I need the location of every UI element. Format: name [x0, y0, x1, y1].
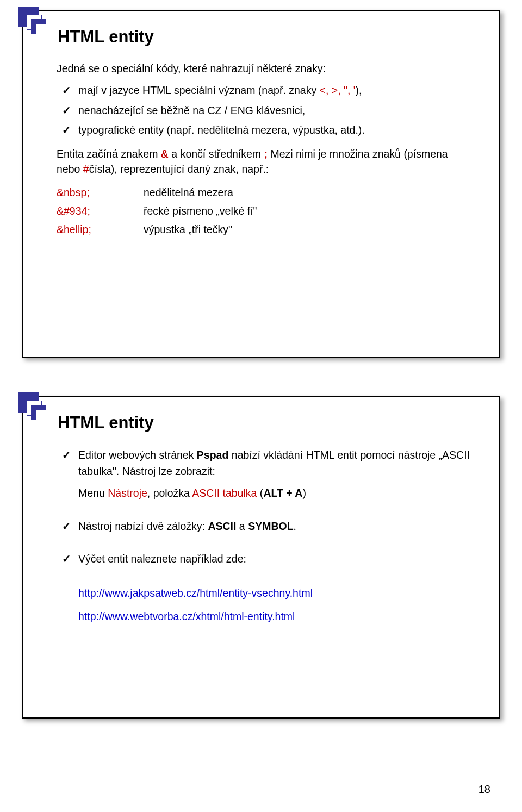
bullet-text: ), [356, 84, 362, 96]
text: Editor webových stránek [78, 449, 197, 461]
text: ) [302, 487, 306, 499]
page: HTML entity Jedná se o speciální kódy, k… [0, 0, 522, 812]
bullet-text: mají v jazyce HTML speciální význam (nap… [78, 84, 320, 96]
text: a [236, 520, 248, 532]
entity-desc: nedělitelná mezera [144, 185, 233, 200]
bullet-item: typografické entity (např. nedělitelná m… [61, 122, 472, 138]
bullet-item: Nástroj nabízí dvě záložky: ASCII a SYMB… [61, 518, 472, 534]
slide-1: HTML entity Jedná se o speciální kódy, k… [22, 10, 500, 358]
red-text: # [83, 163, 89, 175]
text: ( [257, 487, 263, 499]
bold-text: Pspad [197, 449, 229, 461]
red-text: <, >, ", ' [320, 84, 356, 96]
entity-code: &#934; [57, 203, 144, 218]
bullet-list: mají v jazyce HTML speciální význam (nap… [61, 83, 472, 138]
entity-desc: výpustka „tři tečky" [144, 222, 232, 237]
text: Výčet entit naleznete například zde: [78, 553, 246, 565]
entity-code: &nbsp; [57, 185, 144, 200]
bold-text: ALT + A [263, 487, 302, 499]
example-row: &hellip; výpustka „tři tečky" [57, 222, 472, 237]
bold-text: SYMBOL [248, 520, 293, 532]
example-row: &nbsp; nedělitelná mezera [57, 185, 472, 200]
entity-code: &hellip; [57, 222, 144, 237]
bold-text: ASCII [208, 520, 236, 532]
slide-title: HTML entity [58, 413, 472, 433]
bullet-item: Výčet entit naleznete například zde: [61, 551, 472, 567]
slide-title: HTML entity [58, 27, 472, 47]
bullet-list: Editor webových stránek Pspad nabízí vkl… [61, 447, 472, 567]
link[interactable]: http://www.webtvorba.cz/xhtml/html-entit… [78, 610, 295, 622]
link-block: http://www.jakpsatweb.cz/html/entity-vse… [78, 583, 472, 627]
bullet-item: Editor webových stránek Pspad nabízí vkl… [61, 447, 472, 502]
explain-text: Entita začíná znakem & a končí středníke… [57, 146, 472, 177]
subline: Menu Nástroje, položka ASCII tabulka (AL… [78, 485, 472, 501]
text: Entita začíná znakem [57, 148, 161, 160]
intro-text: Jedná se o speciální kódy, které nahrazu… [57, 61, 472, 76]
text: . [294, 520, 296, 532]
bullet-item: mají v jazyce HTML speciální význam (nap… [61, 83, 472, 98]
page-number: 18 [478, 783, 490, 796]
entity-desc: řecké písmeno „velké fí" [144, 203, 257, 218]
red-text: & [161, 148, 169, 160]
text: Menu [78, 487, 108, 499]
slide-body: Jedná se o speciální kódy, které nahrazu… [55, 61, 472, 237]
text: Nástroj nabízí dvě záložky: [78, 520, 208, 532]
bullet-item: nenacházející se běžně na CZ / ENG kláve… [61, 103, 472, 118]
text: čísla), reprezentující daný znak, např.: [89, 163, 269, 175]
red-text: ASCII tabulka [192, 487, 257, 499]
bullet-text: typografické entity (např. nedělitelná m… [78, 124, 365, 136]
corner-decor [36, 410, 48, 422]
bullet-text: nenacházející se běžně na CZ / ENG kláve… [78, 104, 305, 116]
link[interactable]: http://www.jakpsatweb.cz/html/entity-vse… [78, 587, 313, 599]
example-row: &#934; řecké písmeno „velké fí" [57, 203, 472, 218]
text: a končí středníkem [169, 148, 264, 160]
red-text: Nástroje [108, 487, 147, 499]
corner-decor [36, 24, 48, 36]
slide-2: HTML entity Editor webových stránek Pspa… [22, 396, 500, 719]
text: , položka [147, 487, 192, 499]
